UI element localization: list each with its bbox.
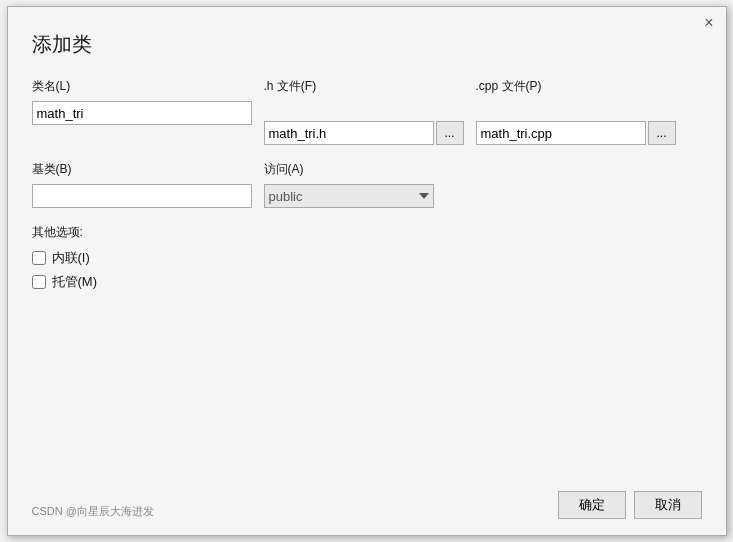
class-name-label: 类名(L) <box>32 78 252 95</box>
base-class-label: 基类(B) <box>32 161 252 178</box>
cancel-button[interactable]: 取消 <box>634 491 702 519</box>
managed-label[interactable]: 托管(M) <box>52 273 98 291</box>
cpp-file-group: .cpp 文件(P) ... <box>476 78 676 145</box>
h-file-label: .h 文件(F) <box>264 78 464 95</box>
inline-label[interactable]: 内联(I) <box>52 249 90 267</box>
row-1: 类名(L) .h 文件(F) ... .cpp 文件(P) ... <box>32 78 702 145</box>
form-area: 类名(L) .h 文件(F) ... .cpp 文件(P) ... <box>32 78 702 491</box>
dialog-title: 添加类 <box>32 31 702 58</box>
options-section: 其他选项: 内联(I) 托管(M) <box>32 224 702 291</box>
access-group: 访问(A) public protected private <box>264 161 434 208</box>
options-title: 其他选项: <box>32 224 702 241</box>
class-name-group: 类名(L) <box>32 78 252 125</box>
h-file-input-group: ... <box>264 101 464 145</box>
managed-checkbox[interactable] <box>32 275 46 289</box>
cpp-file-input[interactable] <box>476 121 646 145</box>
cpp-file-input-group: ... <box>476 101 676 145</box>
cpp-file-browse-button[interactable]: ... <box>648 121 676 145</box>
h-file-browse-button[interactable]: ... <box>436 121 464 145</box>
ok-button[interactable]: 确定 <box>558 491 626 519</box>
class-name-input[interactable] <box>32 101 252 125</box>
row-2: 基类(B) 访问(A) public protected private <box>32 161 702 208</box>
h-file-input[interactable] <box>264 121 434 145</box>
dialog-footer: CSDN @向星辰大海进发 确定 取消 <box>32 491 702 519</box>
cpp-file-label: .cpp 文件(P) <box>476 78 676 95</box>
base-class-input[interactable] <box>32 184 252 208</box>
access-label: 访问(A) <box>264 161 434 178</box>
close-button[interactable]: × <box>700 13 717 33</box>
h-file-group: .h 文件(F) ... <box>264 78 464 145</box>
watermark-text: CSDN @向星辰大海进发 <box>32 504 154 519</box>
inline-checkbox-row: 内联(I) <box>32 249 702 267</box>
access-select[interactable]: public protected private <box>264 184 434 208</box>
action-buttons: 确定 取消 <box>558 491 702 519</box>
add-class-dialog: × 添加类 类名(L) .h 文件(F) ... .cpp 文件(P) <box>7 6 727 536</box>
inline-checkbox[interactable] <box>32 251 46 265</box>
managed-checkbox-row: 托管(M) <box>32 273 702 291</box>
base-class-group: 基类(B) <box>32 161 252 208</box>
